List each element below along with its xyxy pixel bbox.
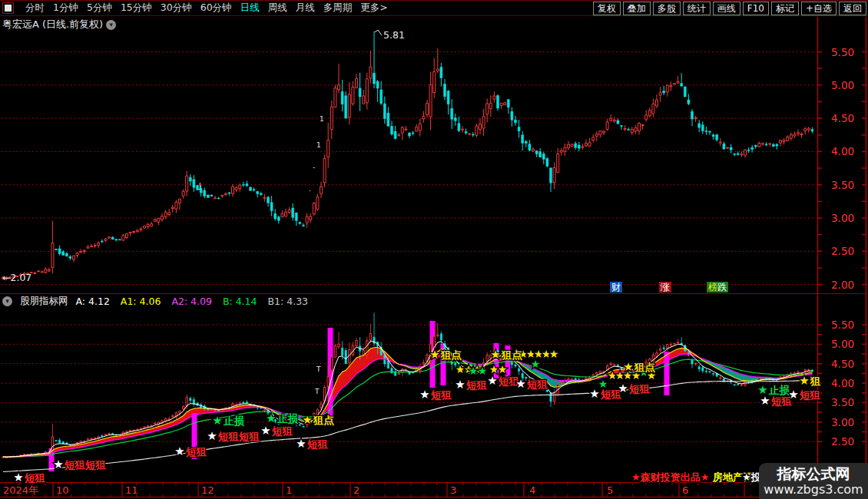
chevron-down-icon[interactable]: ▾ — [106, 20, 116, 30]
svg-text:止损: 止损 — [224, 415, 245, 427]
svg-text:★森财投资出品★: ★森财投资出品★ — [631, 471, 709, 483]
svg-text:T: T — [314, 388, 320, 395]
svg-text:5.50: 5.50 — [831, 46, 854, 58]
chart-mode: (日线.前复权) — [42, 18, 103, 31]
svg-text:12: 12 — [201, 484, 214, 496]
watermark-url: www.zbgs3.com — [759, 483, 868, 497]
svg-text:5.00: 5.00 — [831, 79, 854, 91]
chart-title-row: 粤宏远A (日线.前复权) ▾ — [2, 18, 116, 31]
svg-text:★: ★ — [760, 394, 770, 408]
svg-text:J: J — [198, 182, 201, 190]
svg-text:2.50: 2.50 — [831, 435, 854, 448]
svg-text:短狙: 短狙 — [271, 425, 293, 437]
main-y-axis: 5.505.004.504.003.503.002.502.00 — [831, 46, 854, 291]
svg-text:1: 1 — [316, 141, 321, 149]
stock-title: 粤宏远A — [2, 18, 39, 31]
f10-info-button[interactable]: F10 — [743, 2, 769, 15]
mark-button[interactable]: 标记 — [771, 2, 799, 15]
layout-icon[interactable] — [2, 2, 14, 14]
svg-text:6: 6 — [682, 484, 688, 496]
indicator-header: ▾ 股朋指标网 A: 4.12A1: 4.06A2: 4.09B: 4.14B1… — [2, 295, 316, 308]
period-intraday[interactable]: 分时 — [25, 2, 45, 15]
period-menu: 分时1分钟5分钟15分钟30分钟60分钟日线周线月线多周期更多> — [0, 2, 388, 15]
svg-text:5: 5 — [607, 484, 613, 496]
svg-text:狙: 狙 — [810, 375, 821, 387]
period-monthly[interactable]: 月线 — [296, 2, 315, 15]
svg-text:5.50: 5.50 — [831, 319, 854, 331]
svg-text:★: ★ — [429, 348, 439, 362]
svg-text:←2.07: ←2.07 — [2, 272, 31, 283]
chevron-down-icon[interactable]: ▾ — [2, 296, 12, 306]
svg-text:狙点: 狙点 — [501, 349, 523, 361]
indicator-value: B1: 4.33 — [268, 296, 309, 307]
svg-text:短狙: 短狙 — [465, 378, 488, 391]
svg-text:★: ★ — [302, 413, 312, 427]
period-daily[interactable]: 日线 — [240, 2, 260, 15]
indicator-lines — [3, 341, 812, 471]
multi-stock-button[interactable]: 多股 — [653, 2, 681, 15]
svg-text:1: 1 — [320, 115, 324, 123]
svg-text:短狙: 短狙 — [306, 438, 329, 450]
svg-text:5.00: 5.00 — [831, 338, 854, 350]
x-axis: 2024年101112123456 — [0, 482, 866, 497]
svg-text:短狙: 短狙 — [799, 388, 821, 401]
svg-text:★: ★ — [589, 387, 599, 401]
watermark: 指标公式网 www.zbgs3.com — [759, 463, 868, 499]
svg-text:★: ★ — [207, 429, 217, 443]
indicator-name: 股朋指标网 — [20, 295, 68, 308]
draw-line-button[interactable]: 画线 — [713, 2, 740, 15]
svg-text:4.00: 4.00 — [831, 377, 854, 389]
svg-text:★: ★ — [13, 471, 23, 484]
period-weekly[interactable]: 周线 — [268, 2, 287, 15]
indicator-readout: A: 4.12A1: 4.06A2: 4.09B: 4.14B1: 4.33 — [76, 296, 309, 307]
svg-text:★: ★ — [515, 377, 525, 391]
more-menu[interactable]: 更多> — [360, 2, 387, 15]
period-1min[interactable]: 1分钟 — [53, 2, 78, 15]
svg-text:2024年: 2024年 — [3, 484, 38, 496]
svg-text:短狙: 短狙 — [628, 382, 651, 395]
svg-text:2.50: 2.50 — [831, 245, 854, 257]
svg-text:3.00: 3.00 — [831, 416, 854, 428]
svg-text:3.50: 3.50 — [831, 396, 854, 408]
svg-text:4.00: 4.00 — [831, 145, 854, 157]
period-15min[interactable]: 15分钟 — [121, 2, 152, 15]
svg-text:★: ★ — [174, 444, 184, 458]
sub-y-axis: 5.505.004.504.003.503.002.50 — [831, 319, 854, 448]
period-5min[interactable]: 5分钟 — [87, 2, 112, 15]
svg-text:短狙: 短狙 — [24, 471, 46, 484]
svg-text:★: ★ — [212, 414, 222, 428]
svg-text:短狙短狙: 短狙短狙 — [64, 458, 107, 471]
period-30min[interactable]: 30分钟 — [161, 2, 192, 15]
watermark-title: 指标公式网 — [759, 464, 868, 483]
back-button[interactable]: 返回 — [839, 2, 866, 15]
statistics-button[interactable]: 统计 — [683, 2, 711, 15]
signal-bars — [49, 321, 670, 471]
add-watchlist-button[interactable]: +自选 — [801, 2, 837, 15]
badge-rank: 榜跌 — [707, 282, 728, 292]
svg-text:短狙短狙: 短狙短狙 — [217, 430, 260, 442]
svg-text:狙点: 狙点 — [440, 349, 462, 361]
svg-text:2.00: 2.00 — [831, 279, 854, 291]
svg-text:3.50: 3.50 — [831, 179, 854, 191]
badge-finance: 财 — [610, 282, 622, 292]
svg-text:·: · — [309, 187, 311, 195]
svg-text:短狙: 短狙 — [185, 445, 207, 458]
indicator-value: A1: 4.06 — [121, 296, 161, 307]
period-60min[interactable]: 60分钟 — [200, 2, 232, 15]
tool-buttons: 复权叠加多股统计画线F10标记+自选返回 — [591, 2, 868, 15]
svg-text:狙点: 狙点 — [634, 361, 656, 373]
svg-text:★: ★ — [296, 437, 306, 451]
multi-period[interactable]: 多周期 — [323, 2, 353, 15]
overlay-button[interactable]: 叠加 — [623, 2, 651, 15]
svg-text:★: ★ — [455, 378, 465, 392]
svg-text:11: 11 — [125, 484, 138, 496]
svg-text:★: ★ — [260, 424, 270, 438]
svg-text:★: ★ — [799, 374, 809, 388]
top-toolbar: 分时1分钟5分钟15分钟30分钟60分钟日线周线月线多周期更多> 复权叠加多股统… — [0, 0, 868, 16]
chart-canvas[interactable]: 5.505.004.504.003.503.002.502.005.505.00… — [0, 0, 868, 499]
svg-text:1: 1 — [286, 484, 292, 496]
svg-text:★: ★ — [490, 348, 500, 362]
indicator-value: A: 4.12 — [76, 296, 110, 307]
adjust-rights-button[interactable]: 复权 — [593, 2, 621, 15]
svg-text:★: ★ — [788, 388, 798, 402]
